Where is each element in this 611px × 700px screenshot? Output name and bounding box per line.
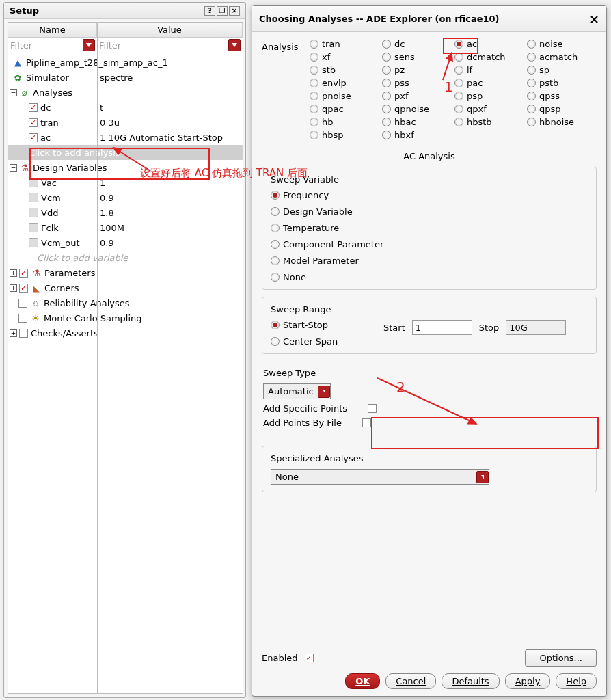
checkbox-icon[interactable] <box>19 284 28 293</box>
radio-icon[interactable] <box>527 79 536 88</box>
sweepvar-none-radio[interactable]: None <box>271 272 588 282</box>
designvar-Vdd-row[interactable]: Vdd1.8 <box>8 205 243 220</box>
help-icon[interactable]: ? <box>204 6 215 16</box>
analysis-lf-radio[interactable]: lf <box>454 65 523 75</box>
analysis-dc-row[interactable]: dc t <box>8 100 243 115</box>
radio-icon[interactable] <box>271 191 280 200</box>
radio-icon[interactable] <box>454 118 463 126</box>
sweepvar-frequency-radio[interactable]: Frequency <box>271 190 588 200</box>
center-span-radio[interactable]: Center-Span <box>271 336 370 347</box>
options-button[interactable]: Options... <box>525 649 597 667</box>
add-variable-row[interactable]: Click to add variable <box>8 250 243 265</box>
design-variables-row[interactable]: − ⚗ Design Variables <box>8 160 243 175</box>
analysis-qpnoise-radio[interactable]: qpnoise <box>382 104 450 114</box>
analysis-qpxf-radio[interactable]: qpxf <box>454 104 523 114</box>
collapse-icon[interactable]: − <box>10 89 17 96</box>
radio-icon[interactable] <box>454 92 463 100</box>
checks-row[interactable]: + Checks/Asserts <box>8 325 243 340</box>
simulator-row[interactable]: ✿ Simulator spectre <box>8 70 243 85</box>
radio-icon[interactable] <box>527 40 536 49</box>
analysis-pnoise-radio[interactable]: pnoise <box>310 91 378 101</box>
filter-name[interactable]: Filter <box>8 38 97 53</box>
designvar-Vac-row[interactable]: Vac1 <box>8 175 243 190</box>
analysis-sp-radio[interactable]: sp <box>527 65 595 75</box>
radio-icon[interactable] <box>454 40 463 49</box>
montecarlo-row[interactable]: ☀ Monte Carlo Sampling <box>8 310 243 325</box>
analyses-row[interactable]: − ⌀ Analyses <box>8 85 243 100</box>
designvar-Fclk-row[interactable]: Fclk100M <box>8 220 243 235</box>
analysis-tran-radio[interactable]: tran <box>310 39 378 49</box>
analysis-hbstb-radio[interactable]: hbstb <box>454 117 523 127</box>
start-stop-radio[interactable]: Start-Stop <box>271 320 370 330</box>
expand-icon[interactable]: + <box>10 329 17 337</box>
analysis-pstb-radio[interactable]: pstb <box>527 78 595 88</box>
defaults-button[interactable]: Defaults <box>442 673 499 689</box>
help-button[interactable]: Help <box>556 673 597 689</box>
checkbox-icon[interactable] <box>18 299 27 308</box>
radio-icon[interactable] <box>271 273 280 282</box>
checkbox-icon[interactable] <box>29 103 38 112</box>
start-input[interactable] <box>412 320 472 335</box>
analysis-psp-radio[interactable]: psp <box>454 91 523 101</box>
analysis-hbac-radio[interactable]: hbac <box>382 117 450 127</box>
analysis-qpsp-radio[interactable]: qpsp <box>527 104 595 114</box>
checkbox-icon[interactable] <box>18 314 27 323</box>
sweep-type-select[interactable]: Automatic <box>263 383 331 399</box>
radio-icon[interactable] <box>271 207 280 216</box>
pipeline-row[interactable]: ▲ Pipline_amp_t28_sim_amp_ac_1 <box>8 55 243 70</box>
radio-icon[interactable] <box>382 79 391 88</box>
radio-icon[interactable] <box>382 118 391 126</box>
sweepvar-temperature-radio[interactable]: Temperature <box>271 223 588 233</box>
specialized-select[interactable]: None <box>271 469 489 485</box>
radio-icon[interactable] <box>454 79 463 88</box>
sweepvar-design-variable-radio[interactable]: Design Variable <box>271 206 588 217</box>
analysis-hbxf-radio[interactable]: hbxf <box>382 130 450 140</box>
add-specific-checkbox[interactable] <box>368 404 377 413</box>
analysis-pz-radio[interactable]: pz <box>382 65 450 75</box>
enabled-checkbox[interactable] <box>305 654 314 662</box>
filter-dropdown-icon[interactable] <box>228 39 241 51</box>
checkbox-icon[interactable] <box>29 118 38 127</box>
col-name[interactable]: Name <box>8 23 97 37</box>
radio-icon[interactable] <box>271 256 280 265</box>
radio-icon[interactable] <box>310 79 318 88</box>
radio-icon[interactable] <box>271 240 280 249</box>
analysis-pss-radio[interactable]: pss <box>382 78 450 88</box>
radio-icon[interactable] <box>382 92 391 100</box>
analysis-dcmatch-radio[interactable]: dcmatch <box>454 52 523 62</box>
analysis-qpss-radio[interactable]: qpss <box>527 91 595 101</box>
sweepvar-component-parameter-radio[interactable]: Component Parameter <box>271 239 588 250</box>
checkbox-icon[interactable] <box>19 329 28 338</box>
radio-icon[interactable] <box>527 66 536 75</box>
checkbox-icon[interactable] <box>19 269 28 278</box>
apply-button[interactable]: Apply <box>505 673 551 689</box>
radio-icon[interactable] <box>271 337 280 346</box>
analysis-ac-row[interactable]: ac 1 10G Automatic Start-Stop <box>8 130 243 145</box>
analysis-acmatch-radio[interactable]: acmatch <box>527 52 595 62</box>
radio-icon[interactable] <box>310 92 318 100</box>
radio-icon[interactable] <box>310 40 318 49</box>
radio-icon[interactable] <box>382 66 391 75</box>
col-value[interactable]: Value <box>97 23 243 37</box>
analysis-pac-radio[interactable]: pac <box>454 78 523 88</box>
analysis-noise-radio[interactable]: noise <box>527 39 595 49</box>
analysis-hbsp-radio[interactable]: hbsp <box>310 130 378 140</box>
radio-icon[interactable] <box>310 53 318 62</box>
expand-icon[interactable]: + <box>10 284 17 292</box>
analysis-qpac-radio[interactable]: qpac <box>310 104 378 114</box>
add-analysis-row[interactable]: Click to add analysis <box>8 145 243 160</box>
radio-icon[interactable] <box>382 105 391 113</box>
stop-input[interactable] <box>506 320 566 335</box>
analysis-ac-radio[interactable]: ac <box>454 39 523 49</box>
dropdown-icon[interactable] <box>476 471 489 483</box>
analysis-hbnoise-radio[interactable]: hbnoise <box>527 117 595 127</box>
analysis-envlp-radio[interactable]: envlp <box>310 78 378 88</box>
radio-icon[interactable] <box>454 53 463 62</box>
corners-row[interactable]: + ◣ Corners <box>8 280 243 295</box>
parameters-row[interactable]: + ⚗ Parameters <box>8 265 243 280</box>
add-by-file-checkbox[interactable] <box>362 418 371 427</box>
analysis-xf-radio[interactable]: xf <box>310 52 378 62</box>
restore-icon[interactable]: ❐ <box>217 6 228 16</box>
checkbox-icon[interactable] <box>29 133 38 142</box>
radio-icon[interactable] <box>382 131 391 139</box>
